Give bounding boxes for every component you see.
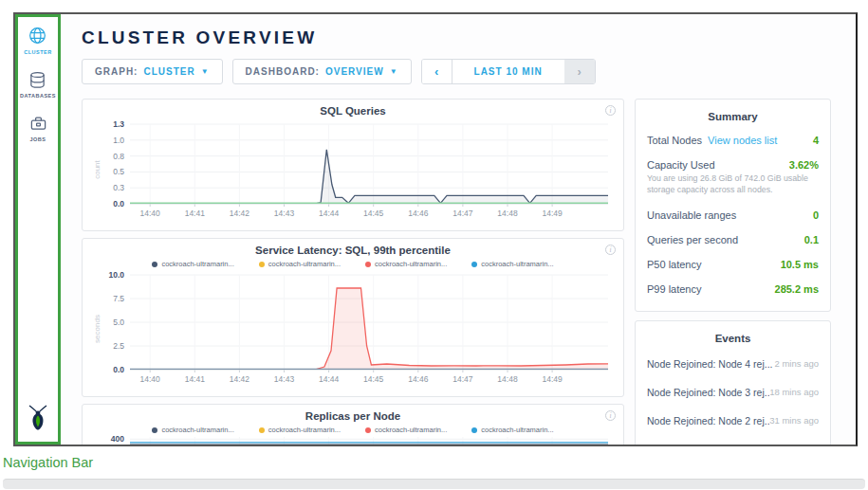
event-row[interactable]: Node Rejoined: Node 4 rej... 2 mins ago (647, 350, 819, 378)
sql-queries-chart[interactable]: 14:4014:4114:4214:4314:4414:4514:4614:47… (92, 117, 612, 223)
summary-value: 4 (813, 135, 819, 146)
graph-dropdown[interactable]: GRAPH: CLUSTER ▼ (82, 59, 223, 84)
cockroachdb-logo[interactable] (26, 405, 50, 435)
summary-value: 285.2 ms (775, 283, 819, 295)
legend-item[interactable]: cockroach-ultramarin... (259, 259, 341, 269)
summary-row: Unavailable ranges 0 (647, 203, 819, 227)
navigation-bar: CLUSTER DATABASES JOBS (15, 14, 61, 445)
dashboard-dropdown-label: DASHBOARD: (246, 66, 320, 77)
svg-text:14:44: 14:44 (319, 209, 340, 218)
page-title: CLUSTER OVERVIEW (82, 27, 856, 48)
globe-icon (28, 26, 47, 45)
summary-row: Capacity Used 3.62% You are using 26.8 G… (647, 153, 819, 203)
legend-item[interactable]: cockroach-ultramarin... (259, 425, 341, 435)
chevron-left-icon: ‹ (434, 64, 438, 79)
sidebar-label-databases: DATABASES (20, 93, 56, 99)
info-icon[interactable]: i (605, 245, 616, 255)
sidebar-label-jobs: JOBS (30, 136, 46, 142)
time-range-selector: ‹ LAST 10 MIN › (421, 59, 596, 84)
svg-text:14:47: 14:47 (452, 374, 473, 384)
svg-text:7.5: 7.5 (113, 294, 124, 303)
summary-label: Unavailable ranges (647, 209, 736, 221)
chart-card-sql-queries: SQL Queries i 14:4014:4114:4214:4314:441… (82, 99, 624, 231)
time-range-next-button[interactable]: › (564, 60, 595, 83)
legend-item[interactable]: cockroach-ultramarin... (471, 425, 553, 435)
summary-value: 3.62% (789, 159, 819, 171)
svg-text:14:49: 14:49 (542, 209, 563, 218)
legend-item[interactable]: cockroach-ultramarin... (471, 259, 553, 269)
database-icon (28, 71, 46, 89)
series-dot-icon (259, 427, 265, 433)
svg-text:14:40: 14:40 (140, 374, 161, 384)
sidebar-item-jobs[interactable]: JOBS (29, 115, 47, 142)
summary-row: Total Nodes View nodes list 4 (647, 128, 819, 153)
time-range-prev-button[interactable]: ‹ (422, 60, 452, 83)
view-nodes-list-link[interactable]: View nodes list (708, 135, 777, 146)
svg-text:14:45: 14:45 (363, 374, 384, 384)
legend-item[interactable]: cockroach-ultramarin... (152, 259, 233, 269)
svg-text:0.0: 0.0 (113, 199, 124, 209)
legend-item[interactable]: cockroach-ultramarin... (365, 425, 447, 435)
legend-item[interactable]: cockroach-ultramarin... (152, 425, 233, 435)
event-row[interactable]: Node Rejoined: Node 2 rej... 31 mins ago (647, 407, 819, 435)
legend-item[interactable]: cockroach-ultramarin... (365, 259, 447, 269)
svg-text:14:43: 14:43 (274, 209, 295, 218)
sidebar-item-cluster[interactable]: CLUSTER (24, 26, 51, 55)
svg-text:0.8: 0.8 (113, 152, 124, 161)
chevron-down-icon: ▼ (390, 68, 398, 76)
summary-label: P50 latency (647, 259, 701, 270)
series-dot-icon (259, 262, 265, 267)
chart-title: Service Latency: SQL, 99th percentile (92, 245, 614, 256)
svg-text:14:44: 14:44 (319, 374, 340, 384)
series-dot-icon (365, 262, 371, 267)
replicas-per-node-chart[interactable]: 14:4014:4114:4214:4314:4414:4514:4614:47… (92, 435, 612, 445)
right-column: Summary Total Nodes View nodes list 4 Ca… (635, 99, 831, 445)
event-row[interactable]: Node Rejoined: Node 3 rej... 18 mins ago (647, 378, 819, 407)
svg-text:14:43: 14:43 (274, 374, 295, 384)
summary-label: Capacity Used (647, 159, 715, 171)
horizontal-scrollbar[interactable] (3, 479, 865, 489)
chart-title: Replicas per Node (92, 410, 614, 422)
service-latency-chart[interactable]: 14:4014:4114:4214:4314:4414:4514:4614:47… (92, 269, 612, 389)
dashboard-dropdown[interactable]: DASHBOARD: OVERVIEW ▼ (232, 59, 412, 84)
series-dot-icon (471, 262, 477, 267)
svg-text:14:45: 14:45 (363, 209, 384, 218)
chart-title: SQL Queries (92, 105, 614, 117)
toolbar: GRAPH: CLUSTER ▼ DASHBOARD: OVERVIEW ▼ ‹… (82, 59, 856, 84)
event-row[interactable]: Node Rejoined: Node 1 rej... an hour ago (647, 435, 819, 445)
chart-card-service-latency: Service Latency: SQL, 99th percentile i … (82, 238, 624, 397)
info-icon[interactable]: i (605, 105, 616, 116)
summary-row: P99 latency 285.2 ms (647, 277, 819, 301)
sidebar-label-cluster: CLUSTER (24, 49, 51, 55)
svg-text:14:42: 14:42 (230, 209, 250, 218)
svg-text:14:42: 14:42 (230, 374, 250, 384)
svg-text:14:48: 14:48 (497, 374, 518, 384)
summary-row: P50 latency 10.5 ms (647, 252, 819, 277)
charts-column: SQL Queries i 14:4014:4114:4214:4314:441… (82, 99, 624, 445)
info-icon[interactable]: i (605, 410, 616, 421)
admin-ui-window: CLUSTER DATABASES JOBS (13, 12, 858, 446)
summary-title: Summary (647, 108, 819, 128)
sidebar-item-databases[interactable]: DATABASES (20, 71, 56, 99)
summary-panel: Summary Total Nodes View nodes list 4 Ca… (635, 99, 831, 312)
svg-text:14:46: 14:46 (408, 374, 429, 384)
svg-text:5.0: 5.0 (113, 318, 124, 327)
svg-text:10.0: 10.0 (108, 270, 124, 280)
svg-text:0.5: 0.5 (113, 167, 124, 176)
chart-legend: cockroach-ultramarin...cockroach-ultrama… (92, 425, 614, 435)
graph-dropdown-value: CLUSTER (143, 66, 194, 77)
series-dot-icon (152, 262, 157, 267)
main-content: CLUSTER OVERVIEW GRAPH: CLUSTER ▼ DASHBO… (61, 14, 856, 445)
summary-value: 10.5 ms (781, 259, 819, 270)
svg-text:1.0: 1.0 (113, 136, 124, 145)
summary-note: You are using 26.8 GiB of 742.0 GiB usab… (647, 173, 819, 196)
svg-text:400: 400 (111, 435, 124, 444)
svg-text:0.3: 0.3 (113, 183, 124, 192)
svg-text:count: count (93, 159, 102, 178)
series-dot-icon (152, 427, 157, 433)
series-dot-icon (471, 427, 477, 433)
annotation-navigation-bar: Navigation Bar (3, 455, 93, 470)
time-range-value[interactable]: LAST 10 MIN (452, 60, 564, 83)
svg-text:2.5: 2.5 (113, 341, 124, 351)
chevron-right-icon: › (577, 64, 581, 79)
